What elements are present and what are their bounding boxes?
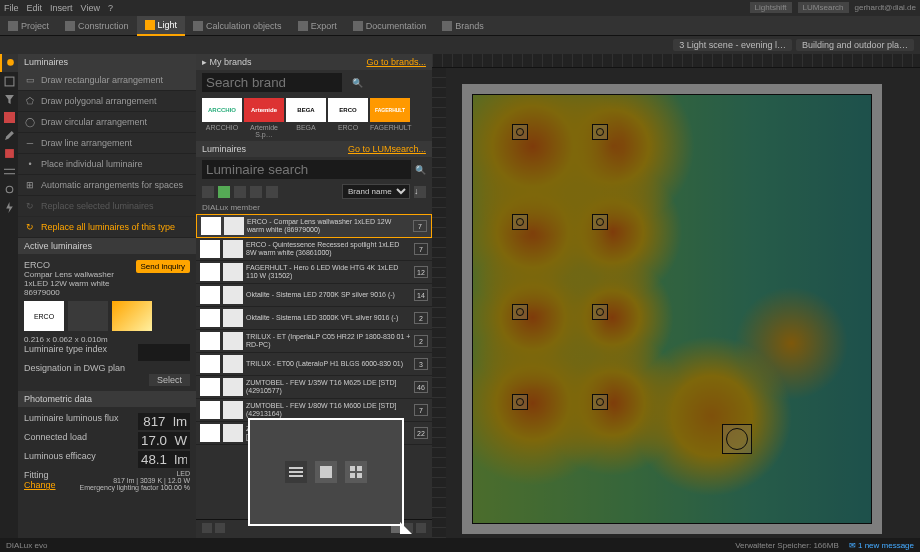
layout-select[interactable]: Building and outdoor pla…: [796, 39, 914, 51]
tab-export[interactable]: Export: [290, 16, 345, 36]
lum-text: TRILUX - ET00 (LateraloP H1 BLGS 6000-83…: [246, 360, 411, 368]
menu-help[interactable]: ?: [108, 3, 113, 13]
ruler-vertical: [432, 68, 446, 538]
tool-edit-icon[interactable]: [0, 126, 18, 144]
lum-thumb: [201, 217, 221, 235]
luminaire-row[interactable]: Oktalite - Sistema LED 2700K SP silver 9…: [196, 284, 432, 307]
menu-file[interactable]: File: [4, 3, 19, 13]
filter-icon[interactable]: [250, 186, 262, 198]
draw-circular[interactable]: ◯Draw circular arrangement: [18, 112, 196, 133]
tool-tune-icon[interactable]: [0, 162, 18, 180]
view-grid-button[interactable]: [345, 461, 367, 483]
brand-search[interactable]: [202, 73, 342, 92]
draw-line[interactable]: ─Draw line arrangement: [18, 133, 196, 154]
tab-calculation[interactable]: Calculation objects: [185, 16, 290, 36]
poly-icon: ⬠: [24, 95, 36, 107]
fixture[interactable]: [592, 214, 608, 230]
thumb-product: ERCO: [24, 301, 64, 331]
lum-count: 12: [414, 266, 428, 278]
tool-bulb-icon[interactable]: [0, 54, 18, 72]
svg-rect-10: [320, 466, 332, 478]
luminaire-search[interactable]: [202, 160, 411, 179]
lumflux-value[interactable]: [138, 413, 190, 430]
view-grid-icon[interactable]: [416, 523, 426, 533]
draw-polygonal[interactable]: ⬠Draw polygonal arrangement: [18, 91, 196, 112]
brand-tile[interactable]: ERCOERCO: [328, 98, 368, 138]
brand-tile[interactable]: ARCCHIOARCCHIO: [202, 98, 242, 138]
load-value[interactable]: [138, 432, 190, 449]
fixture[interactable]: [592, 304, 608, 320]
auto-arrange[interactable]: ⊞Automatic arrangements for spaces: [18, 175, 196, 196]
tab-light[interactable]: Light: [137, 16, 186, 36]
load-label: Connected load: [24, 432, 87, 449]
tool-arrange-icon[interactable]: [0, 72, 18, 90]
lightshift-badge[interactable]: Lightshift: [750, 2, 792, 13]
floorplan: [462, 84, 882, 534]
draw-rectangular[interactable]: ▭Draw rectangular arrangement: [18, 70, 196, 91]
fixture[interactable]: [512, 214, 528, 230]
fixture[interactable]: [512, 124, 528, 140]
luminaire-row[interactable]: ERCO - Quintessence Recessed spotlight 1…: [196, 238, 432, 261]
fixture[interactable]: [512, 304, 528, 320]
svg-point-6: [6, 186, 13, 193]
search-icon[interactable]: 🔍: [352, 78, 363, 88]
goto-brands-link[interactable]: Go to brands...: [366, 57, 426, 67]
scene-select[interactable]: 3 Light scene - evening l…: [673, 39, 792, 51]
tab-project[interactable]: Project: [0, 16, 57, 36]
tool-maint-icon[interactable]: [0, 180, 18, 198]
replace-all-type[interactable]: ↻Replace all luminaires of this type: [18, 217, 196, 238]
fixture[interactable]: [512, 394, 528, 410]
auto-icon: ⊞: [24, 179, 36, 191]
lum-text: ERCO - Quintessence Recessed spotlight 1…: [246, 241, 411, 258]
tool-energy-icon[interactable]: [0, 198, 18, 216]
brand-tile[interactable]: FAGERHULTFAGERHULT: [370, 98, 410, 138]
menu-insert[interactable]: Insert: [50, 3, 73, 13]
eff-value[interactable]: [138, 451, 190, 468]
lumsearch-badge[interactable]: LUMsearch: [798, 2, 849, 13]
fixture[interactable]: [592, 124, 608, 140]
tab-construction[interactable]: Construction: [57, 16, 137, 36]
tool-calc-icon[interactable]: [0, 144, 18, 162]
fixture[interactable]: [722, 424, 752, 454]
menu-view[interactable]: View: [81, 3, 100, 13]
brand-tile[interactable]: ArtemideArtemide S.p…: [244, 98, 284, 138]
canvas-viewport[interactable]: [432, 54, 920, 538]
lum-text: Oktalite - Sistema LED 3000K VFL silver …: [246, 314, 411, 322]
download-icon[interactable]: ↓: [414, 186, 426, 198]
user-email: gerhardt@dial.de: [855, 3, 917, 12]
brand-tile[interactable]: BEGABEGA: [286, 98, 326, 138]
tab-brands[interactable]: Brands: [434, 16, 492, 36]
fixture[interactable]: [592, 394, 608, 410]
change-link[interactable]: Change: [24, 480, 56, 490]
tool-filter-icon[interactable]: [0, 90, 18, 108]
doc-icon: [353, 21, 363, 31]
luminaire-row[interactable]: ERCO - Compar Lens wallwasher 1xLED 12W …: [196, 214, 432, 238]
place-individual[interactable]: •Place individual luminaire: [18, 154, 196, 175]
goto-lumsearch-link[interactable]: Go to LUMsearch...: [348, 144, 426, 154]
svg-rect-14: [357, 473, 362, 478]
refresh-icon[interactable]: [215, 523, 225, 533]
search-icon[interactable]: 🔍: [415, 165, 426, 175]
luminaire-row[interactable]: Oktalite - Sistema LED 3000K VFL silver …: [196, 307, 432, 330]
sort-select[interactable]: Brand name: [342, 184, 410, 199]
message-status[interactable]: ✉ 1 new message: [849, 541, 914, 550]
filter-icon[interactable]: [234, 186, 246, 198]
luminaire-row[interactable]: ZUMTOBEL - FEW 1/35W T16 M625 LDE [STD] …: [196, 376, 432, 399]
tool-color-icon[interactable]: [0, 108, 18, 126]
menu-edit[interactable]: Edit: [27, 3, 43, 13]
rect-icon: ▭: [24, 74, 36, 86]
luminaire-row[interactable]: TRILUX - ET (InperlaLP C05 HR22 IP 1800-…: [196, 330, 432, 353]
send-inquiry-button[interactable]: Send inquiry: [136, 260, 190, 273]
filter-icon[interactable]: [202, 186, 214, 198]
tab-documentation[interactable]: Documentation: [345, 16, 435, 36]
view-list-button[interactable]: [285, 461, 307, 483]
settings-icon[interactable]: [202, 523, 212, 533]
filter-icon[interactable]: [218, 186, 230, 198]
filter-icon[interactable]: [266, 186, 278, 198]
luminaire-row[interactable]: TRILUX - ET00 (LateraloP H1 BLGS 6000-83…: [196, 353, 432, 376]
svg-point-0: [7, 59, 14, 66]
select-button[interactable]: Select: [149, 374, 190, 386]
type-index-input[interactable]: [138, 344, 190, 361]
luminaire-row[interactable]: FAGERHULT - Hero 6 LED Wide HTG 4K 1xLED…: [196, 261, 432, 284]
view-card-button[interactable]: [315, 461, 337, 483]
